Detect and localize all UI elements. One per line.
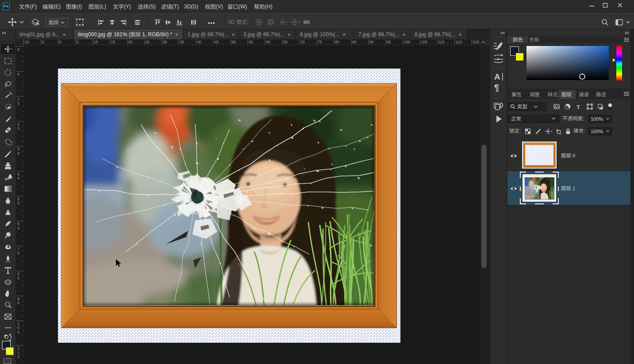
svg-text:20: 20 (128, 40, 132, 44)
svg-text:120: 120 (473, 40, 479, 44)
svg-text:10: 10 (25, 40, 29, 44)
svg-text:1: 1 (17, 97, 19, 101)
svg-text:85: 85 (352, 40, 357, 44)
svg-text:110: 110 (438, 40, 444, 44)
svg-text:0: 0 (17, 176, 19, 180)
svg-text:0: 0 (17, 101, 19, 106)
svg-text:0: 0 (17, 126, 19, 130)
svg-text:0: 0 (17, 72, 19, 77)
svg-text:T: T (576, 104, 580, 110)
svg-text:3: 3 (17, 147, 19, 151)
svg-text:9: 9 (17, 297, 19, 301)
svg-text:95: 95 (387, 40, 391, 44)
svg-text:0: 0 (17, 355, 19, 359)
svg-text:1: 1 (17, 351, 19, 355)
svg-text:15: 15 (111, 40, 115, 44)
svg-text:¶: ¶ (494, 83, 499, 92)
svg-text:0: 0 (59, 40, 61, 44)
svg-text:90: 90 (369, 40, 374, 44)
svg-text:80: 80 (335, 40, 339, 44)
svg-text:45: 45 (214, 40, 219, 44)
svg-text:10: 10 (93, 40, 98, 44)
svg-text:0: 0 (17, 326, 19, 330)
svg-text:6: 6 (17, 222, 19, 226)
svg-text:0: 0 (17, 251, 19, 255)
svg-text:65: 65 (283, 40, 288, 44)
svg-text:0: 0 (17, 47, 19, 52)
svg-text:40: 40 (197, 40, 201, 44)
svg-text:0: 0 (17, 301, 19, 305)
svg-text:70: 70 (300, 40, 305, 44)
svg-text:60: 60 (266, 40, 270, 44)
svg-text:5: 5 (42, 40, 44, 44)
svg-text:0: 0 (17, 151, 19, 156)
svg-text:0: 0 (17, 276, 19, 280)
svg-text:105: 105 (421, 40, 428, 44)
svg-text:1: 1 (17, 346, 19, 351)
svg-text:8: 8 (17, 272, 19, 276)
svg-text:55: 55 (249, 40, 253, 44)
svg-text:5: 5 (17, 197, 19, 201)
svg-text:4: 4 (17, 172, 19, 176)
svg-text:75: 75 (318, 40, 322, 44)
svg-text:35: 35 (180, 40, 184, 44)
svg-text:1: 1 (17, 322, 19, 326)
svg-text:30: 30 (162, 40, 167, 44)
svg-text:115: 115 (455, 40, 461, 44)
svg-text:2: 2 (17, 122, 19, 126)
svg-text:0: 0 (17, 330, 19, 334)
svg-text:5: 5 (76, 40, 78, 44)
svg-text:100: 100 (404, 40, 411, 44)
svg-text:7: 7 (17, 247, 19, 251)
svg-text:0: 0 (17, 226, 19, 230)
svg-text:50: 50 (231, 40, 236, 44)
svg-text:25: 25 (145, 40, 150, 44)
svg-text:0: 0 (17, 201, 19, 205)
svg-text:A: A (494, 72, 500, 81)
